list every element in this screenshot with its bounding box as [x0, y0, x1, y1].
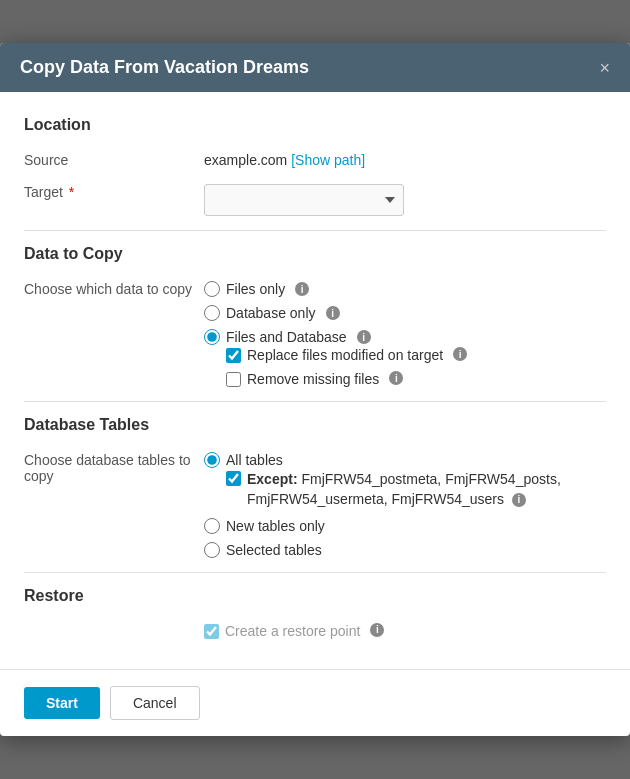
target-value [204, 178, 606, 216]
remove-missing-info-icon[interactable]: i [389, 371, 403, 385]
remove-missing-option[interactable]: Remove missing files i [226, 371, 606, 387]
target-label: Target * [24, 178, 204, 200]
except-label: Except: [247, 471, 298, 487]
tables-except-group: Except: FmjFRW54_postmeta, FmjFRW54_post… [226, 470, 606, 509]
files-only-radio[interactable] [204, 281, 220, 297]
selected-tables-radio[interactable] [204, 542, 220, 558]
replace-files-option[interactable]: Replace files modified on target i [226, 347, 606, 363]
selected-tables-option[interactable]: Selected tables [204, 542, 606, 558]
replace-files-info-icon[interactable]: i [453, 347, 467, 361]
files-only-label: Files only [226, 281, 285, 297]
source-label: Source [24, 146, 204, 168]
data-to-copy-title: Data to Copy [24, 245, 606, 263]
files-only-option[interactable]: Files only i [204, 281, 606, 297]
new-tables-only-option[interactable]: New tables only [204, 518, 606, 534]
remove-missing-label: Remove missing files [247, 371, 379, 387]
restore-section-title: Restore [24, 587, 606, 605]
database-tables-title: Database Tables [24, 416, 606, 434]
target-required-indicator: * [69, 184, 74, 200]
close-button[interactable]: × [599, 59, 610, 77]
choose-tables-label: Choose database tables to copy [24, 446, 204, 484]
all-tables-option[interactable]: All tables [204, 452, 606, 468]
replace-files-checkbox[interactable] [226, 348, 241, 363]
create-restore-info-icon[interactable]: i [370, 623, 384, 637]
new-tables-only-radio[interactable] [204, 518, 220, 534]
create-restore-option[interactable]: Create a restore point i [204, 623, 606, 639]
tables-radio-group: All tables [204, 452, 606, 468]
create-restore-label: Create a restore point [225, 623, 360, 639]
except-tables-label: Except: FmjFRW54_postmeta, FmjFRW54_post… [247, 470, 606, 509]
modal-header: Copy Data From Vacation Dreams × [0, 43, 630, 92]
restore-section: Restore Create a restore point i [24, 587, 606, 639]
modal-body: Location Source example.com [Show path] … [0, 92, 630, 668]
choose-tables-options: All tables Except: FmjFRW54_postmeta, Fm… [204, 446, 606, 557]
files-and-database-radio[interactable] [204, 329, 220, 345]
location-section-title: Location [24, 116, 606, 134]
files-and-database-info-icon[interactable]: i [357, 330, 371, 344]
data-to-copy-section: Data to Copy Choose which data to copy F… [24, 245, 606, 387]
choose-tables-row: Choose database tables to copy All table… [24, 446, 606, 557]
divider-3 [24, 572, 606, 573]
all-tables-radio[interactable] [204, 452, 220, 468]
tables-more-options: New tables only Selected tables [204, 518, 606, 558]
choose-data-options: Files only i Database only i Files and D… [204, 275, 606, 387]
source-row: Source example.com [Show path] [24, 146, 606, 168]
database-only-label: Database only [226, 305, 316, 321]
show-path-link[interactable]: [Show path] [291, 152, 365, 168]
target-row: Target * [24, 178, 606, 216]
modal-footer: Start Cancel [0, 669, 630, 736]
location-section: Location Source example.com [Show path] … [24, 116, 606, 216]
source-value: example.com [Show path] [204, 146, 606, 168]
database-only-radio[interactable] [204, 305, 220, 321]
database-only-info-icon[interactable]: i [326, 306, 340, 320]
modal-title: Copy Data From Vacation Dreams [20, 57, 309, 78]
divider-2 [24, 401, 606, 402]
choose-data-row: Choose which data to copy Files only i D… [24, 275, 606, 387]
restore-label-empty [24, 625, 204, 631]
data-copy-radio-group: Files only i Database only i Files and D… [204, 281, 606, 345]
target-dropdown[interactable] [204, 184, 404, 216]
new-tables-only-label: New tables only [226, 518, 325, 534]
files-only-info-icon[interactable]: i [295, 282, 309, 296]
except-tables-checkbox[interactable] [226, 471, 241, 486]
files-and-database-label: Files and Database [226, 329, 347, 345]
copy-data-modal: Copy Data From Vacation Dreams × Locatio… [0, 43, 630, 735]
cancel-button[interactable]: Cancel [110, 686, 200, 720]
all-tables-label: All tables [226, 452, 283, 468]
data-copy-checkboxes: Replace files modified on target i Remov… [226, 347, 606, 387]
selected-tables-label: Selected tables [226, 542, 322, 558]
database-only-option[interactable]: Database only i [204, 305, 606, 321]
except-tables-info-icon[interactable]: i [512, 493, 526, 507]
except-tables-option[interactable]: Except: FmjFRW54_postmeta, FmjFRW54_post… [226, 470, 606, 509]
replace-files-label: Replace files modified on target [247, 347, 443, 363]
database-tables-section: Database Tables Choose database tables t… [24, 416, 606, 557]
remove-missing-checkbox[interactable] [226, 372, 241, 387]
restore-value: Create a restore point i [204, 617, 606, 639]
choose-data-label: Choose which data to copy [24, 275, 204, 297]
divider-1 [24, 230, 606, 231]
files-and-database-option[interactable]: Files and Database i [204, 329, 606, 345]
start-button[interactable]: Start [24, 687, 100, 719]
create-restore-checkbox[interactable] [204, 624, 219, 639]
restore-row: Create a restore point i [24, 617, 606, 639]
